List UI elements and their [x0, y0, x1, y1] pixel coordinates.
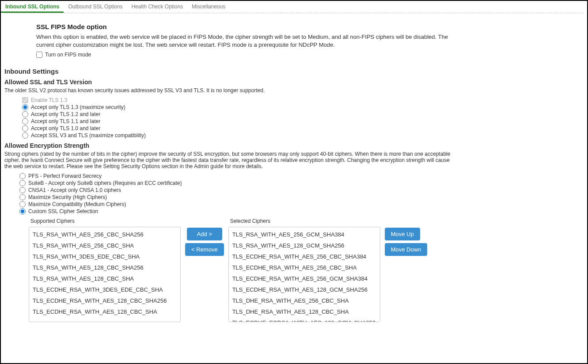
- selected-ciphers-label: Selected Ciphers: [230, 218, 380, 224]
- tab-outbound-ssl[interactable]: Outbound SSL Options: [64, 1, 127, 13]
- cipher-item[interactable]: TLS_ECDHE_RSA_WITH_AES_256_CBC_SHA: [229, 262, 380, 273]
- enc-radio-pfs-label: PFS - Perfect Forward Secrecy: [28, 173, 102, 179]
- enc-strength-heading: Allowed Encryption Strength: [4, 142, 454, 149]
- enc-radio-pfs[interactable]: [19, 173, 26, 179]
- tab-inbound-ssl[interactable]: Inbound SSL Options: [1, 1, 64, 13]
- tab-health-check[interactable]: Health Check Options: [127, 1, 187, 13]
- inbound-settings-heading: Inbound Settings: [4, 68, 454, 75]
- cipher-item[interactable]: TLS_RSA_WITH_AES_128_GCM_SHA256: [229, 240, 380, 251]
- enc-radio-suiteb-label: SuiteB - Accept only SuiteB ciphers (Req…: [28, 180, 182, 186]
- enc-radio-cnsa1[interactable]: [19, 187, 26, 193]
- fips-description: When this option is enabled, the web ser…: [36, 33, 451, 49]
- cipher-item[interactable]: TLS_DHE_RSA_WITH_AES_128_CBC_SHA: [229, 306, 380, 317]
- cipher-item[interactable]: TLS_ECDHE_RSA_WITH_3DES_EDE_CBC_SHA: [29, 284, 180, 295]
- selected-ciphers-list[interactable]: TLS_RSA_WITH_AES_256_GCM_SHA384TLS_RSA_W…: [228, 227, 380, 322]
- move-column: Move Up Move Down: [385, 228, 428, 259]
- add-remove-column: Add > < Remove: [185, 228, 224, 259]
- remove-button[interactable]: < Remove: [185, 243, 224, 256]
- enc-radio-high-label: Maximize Security (High Ciphers): [28, 194, 107, 200]
- tls-radio-only10[interactable]: [22, 125, 28, 131]
- cipher-item[interactable]: TLS_RSA_WITH_AES_128_CBC_SHA: [29, 273, 180, 284]
- tls-radio-only11-label: Accept only TLS 1.1 and later: [31, 118, 100, 124]
- supported-ciphers-list[interactable]: TLS_RSA_WITH_AES_256_CBC_SHA256TLS_RSA_W…: [29, 227, 181, 322]
- tab-bar: Inbound SSL Options Outbound SSL Options…: [1, 1, 587, 13]
- move-down-button[interactable]: Move Down: [385, 243, 428, 256]
- cipher-item[interactable]: TLS_DHE_RSA_WITH_AES_256_CBC_SHA: [229, 295, 380, 306]
- cipher-item[interactable]: TLS_RSA_WITH_AES_256_CBC_SHA: [29, 240, 180, 251]
- tls-version-heading: Allowed SSL and TLS Version: [4, 79, 454, 86]
- cipher-item[interactable]: TLS_RSA_WITH_AES_256_GCM_SHA384: [229, 229, 380, 240]
- enc-radio-suiteb[interactable]: [19, 180, 26, 186]
- enable-tls13-checkbox: [22, 97, 28, 103]
- cipher-item[interactable]: TLS_ECDHE_ECDSA_WITH_AES_128_GCM_SHA256: [229, 317, 380, 322]
- cipher-item[interactable]: TLS_RSA_WITH_3DES_EDE_CBC_SHA: [29, 251, 180, 262]
- fips-mode-checkbox[interactable]: [36, 52, 42, 58]
- enc-strength-subtext: Strong ciphers (rated by the number of b…: [4, 151, 451, 169]
- cipher-item[interactable]: TLS_ECDHE_RSA_WITH_AES_128_CBC_SHA: [29, 306, 180, 317]
- cipher-item[interactable]: TLS_ECDHE_RSA_WITH_AES_128_CBC_SHA256: [29, 295, 180, 306]
- tls-radio-only10-label: Accept only TLS 1.0 and later: [31, 125, 100, 131]
- content-scroll[interactable]: SSL FIPS Mode option When this option is…: [1, 13, 457, 362]
- supported-ciphers-label: Supported Ciphers: [30, 218, 181, 224]
- selected-column: Selected Ciphers TLS_RSA_WITH_AES_256_GC…: [228, 218, 380, 322]
- fips-section: SSL FIPS Mode option When this option is…: [36, 23, 451, 58]
- enable-tls13-label: Enable TLS 1.3: [31, 97, 68, 103]
- fips-heading: SSL FIPS Mode option: [36, 23, 451, 30]
- tls-version-subtext: The older SSL V2 protocol has known secu…: [4, 87, 454, 94]
- cipher-picker: Supported Ciphers TLS_RSA_WITH_AES_256_C…: [29, 218, 454, 322]
- cipher-item[interactable]: TLS_ECDHE_RSA_WITH_AES_256_CBC_SHA384: [229, 251, 380, 262]
- enc-radio-medium[interactable]: [19, 201, 26, 207]
- cipher-item[interactable]: TLS_RSA_WITH_AES_128_CBC_SHA256: [29, 262, 180, 273]
- page-frame: Inbound SSL Options Outbound SSL Options…: [0, 0, 588, 364]
- tls-radio-sslv3-label: Accept SSL V3 and TLS (maximize compatib…: [31, 132, 146, 139]
- tls-radio-only12[interactable]: [22, 111, 28, 117]
- enc-radio-medium-label: Maximize Compatibility (Medium Ciphers): [28, 201, 126, 207]
- move-up-button[interactable]: Move Up: [385, 228, 420, 240]
- tls-radio-only12-label: Accept only TLS 1.2 and later: [31, 111, 100, 117]
- tls-radio-sslv3[interactable]: [22, 132, 28, 139]
- tls-radio-only13-label: Accept only TLS 1.3 (maximize security): [31, 104, 125, 110]
- enc-radio-custom[interactable]: [19, 208, 26, 214]
- enc-radio-high[interactable]: [19, 194, 26, 200]
- cipher-item[interactable]: TLS_ECDHE_RSA_WITH_AES_128_GCM_SHA256: [229, 284, 380, 295]
- tls-radio-only11[interactable]: [22, 118, 28, 124]
- add-button[interactable]: Add >: [187, 228, 222, 240]
- enc-radio-custom-label: Custom SSL Cipher Selection: [28, 208, 98, 214]
- tls-radio-only13[interactable]: [22, 104, 28, 110]
- fips-mode-checkbox-label: Turn on FIPS mode: [45, 52, 91, 58]
- enc-radio-cnsa1-label: CNSA1 - Accept only CNSA 1.0 ciphers: [28, 187, 121, 193]
- cipher-item[interactable]: TLS_ECDHE_RSA_WITH_AES_256_GCM_SHA384: [229, 273, 380, 284]
- cipher-item[interactable]: TLS_RSA_WITH_AES_256_CBC_SHA256: [29, 229, 180, 240]
- tab-miscellaneous[interactable]: Miscellaneous: [187, 1, 230, 13]
- supported-column: Supported Ciphers TLS_RSA_WITH_AES_256_C…: [29, 218, 181, 322]
